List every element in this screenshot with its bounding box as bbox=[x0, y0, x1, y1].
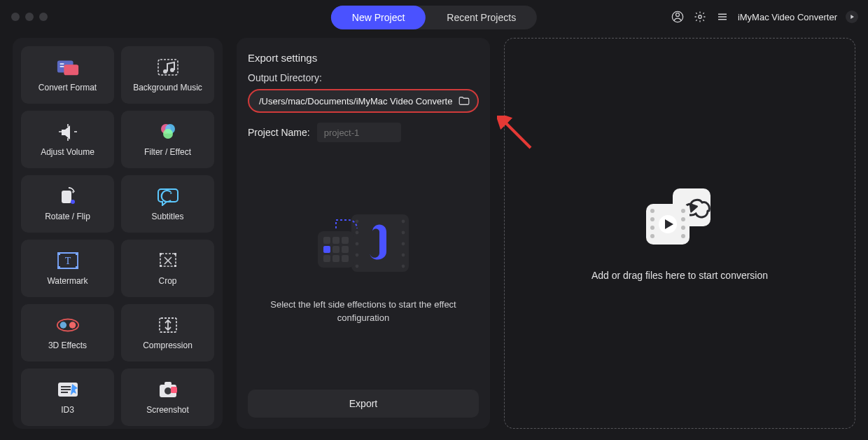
svg-point-58 bbox=[650, 234, 654, 238]
tool-convert-format[interactable]: Convert Format bbox=[21, 46, 114, 104]
svg-point-10 bbox=[163, 129, 173, 139]
svg-rect-52 bbox=[323, 246, 330, 253]
tool-label: Filter / Effect bbox=[144, 147, 191, 157]
export-hint: Select the left side effections to start… bbox=[256, 298, 470, 325]
svg-rect-23 bbox=[174, 265, 176, 267]
titlebar-right: iMyMac Video Converter bbox=[671, 10, 858, 24]
tool-id3[interactable]: ID3 bbox=[21, 369, 114, 426]
export-panel: Export settings Output Directory: /Users… bbox=[237, 38, 490, 429]
svg-rect-46 bbox=[342, 237, 349, 244]
svg-point-57 bbox=[650, 226, 654, 230]
app-name: iMyMac Video Converter bbox=[738, 12, 837, 22]
svg-point-37 bbox=[356, 264, 359, 268]
svg-rect-21 bbox=[174, 253, 176, 255]
svg-rect-49 bbox=[323, 255, 330, 262]
svg-rect-48 bbox=[342, 246, 349, 253]
traffic-close[interactable] bbox=[11, 13, 20, 21]
watermark-icon: T bbox=[56, 251, 80, 270]
tool-label: Convert Format bbox=[38, 83, 97, 92]
traffic-zoom[interactable] bbox=[39, 13, 48, 21]
svg-rect-17 bbox=[76, 266, 78, 269]
tool-adjust-volume[interactable]: Adjust Volume bbox=[21, 111, 114, 168]
project-name-label: Project Name: bbox=[248, 127, 310, 138]
svg-point-25 bbox=[69, 322, 75, 328]
svg-point-38 bbox=[402, 219, 405, 223]
browse-folder-icon[interactable] bbox=[458, 95, 470, 107]
tool-label: Compression bbox=[143, 341, 192, 350]
svg-point-33 bbox=[356, 219, 359, 223]
screenshot-icon bbox=[156, 380, 180, 399]
svg-text:T: T bbox=[64, 256, 71, 266]
traffic-minimize[interactable] bbox=[25, 13, 34, 21]
tab-recent-projects[interactable]: Recent Projects bbox=[426, 6, 537, 29]
tool-compression[interactable]: Compression bbox=[121, 304, 214, 362]
account-icon[interactable] bbox=[671, 10, 685, 24]
svg-rect-15 bbox=[76, 252, 78, 255]
adjust-volume-icon bbox=[56, 122, 80, 142]
export-button[interactable]: Export bbox=[248, 390, 479, 418]
tool-label: Background Music bbox=[133, 83, 202, 92]
filter-effect-icon bbox=[156, 122, 180, 142]
file-drop-area[interactable]: Add or drag files here to start conversi… bbox=[504, 38, 855, 429]
export-title: Export settings bbox=[248, 52, 479, 64]
titlebar: New Project Recent Projects iMyMac Video… bbox=[0, 0, 868, 34]
svg-point-30 bbox=[164, 387, 172, 394]
svg-rect-45 bbox=[332, 237, 340, 244]
tool-crop[interactable]: Crop bbox=[121, 240, 214, 297]
svg-point-56 bbox=[650, 217, 654, 221]
svg-point-62 bbox=[681, 234, 685, 238]
tool-subtitles[interactable]: Subtitles bbox=[121, 175, 214, 233]
settings-icon[interactable] bbox=[693, 10, 707, 24]
output-directory-field[interactable]: /Users/mac/Documents/iMyMac Video Conver… bbox=[248, 89, 479, 113]
svg-point-39 bbox=[402, 231, 405, 234]
tool-label: 3D Effects bbox=[48, 341, 87, 350]
svg-point-41 bbox=[402, 253, 405, 256]
compression-icon bbox=[156, 315, 180, 335]
menu-icon[interactable] bbox=[715, 10, 729, 24]
svg-rect-31 bbox=[171, 387, 177, 393]
outdir-label: Output Directory: bbox=[248, 72, 479, 83]
tool-label: ID3 bbox=[61, 405, 74, 415]
svg-rect-51 bbox=[342, 255, 349, 262]
id3-icon bbox=[56, 380, 80, 399]
svg-point-35 bbox=[356, 242, 359, 245]
svg-point-36 bbox=[356, 253, 359, 256]
tool-3d-effects[interactable]: 3D Effects bbox=[21, 304, 114, 362]
svg-point-0 bbox=[676, 13, 679, 17]
tool-label: Adjust Volume bbox=[41, 147, 94, 157]
svg-point-34 bbox=[356, 231, 359, 234]
tool-label: Crop bbox=[158, 276, 176, 286]
svg-rect-29 bbox=[164, 382, 172, 385]
svg-point-61 bbox=[681, 226, 685, 230]
svg-rect-44 bbox=[323, 237, 330, 244]
svg-rect-16 bbox=[57, 266, 60, 269]
tool-label: Subtitles bbox=[151, 212, 183, 221]
tool-watermark[interactable]: TWatermark bbox=[21, 240, 114, 297]
svg-rect-22 bbox=[160, 265, 162, 267]
crop-icon bbox=[156, 251, 180, 270]
3d-effects-icon bbox=[56, 315, 80, 335]
tools-sidebar: Convert FormatBackground MusicAdjust Vol… bbox=[13, 38, 223, 429]
tool-screenshot[interactable]: Screenshot bbox=[121, 369, 214, 426]
svg-point-42 bbox=[402, 264, 405, 268]
outdir-value: /Users/mac/Documents/iMyMac Video Conver… bbox=[259, 96, 452, 106]
tool-background-music[interactable]: Background Music bbox=[121, 46, 214, 104]
svg-rect-20 bbox=[160, 253, 162, 255]
app-logo-play-icon bbox=[846, 11, 858, 23]
rotate-flip-icon bbox=[56, 186, 80, 206]
svg-rect-14 bbox=[57, 252, 60, 255]
svg-point-59 bbox=[681, 209, 685, 213]
tool-label: Rotate / Flip bbox=[45, 212, 90, 221]
project-name-input[interactable] bbox=[317, 123, 401, 142]
tool-label: Watermark bbox=[47, 276, 88, 286]
tool-label: Screenshot bbox=[146, 405, 189, 415]
drop-illustration-icon bbox=[638, 186, 722, 250]
tool-rotate-flip[interactable]: Rotate / Flip bbox=[21, 175, 114, 233]
svg-point-60 bbox=[681, 217, 685, 221]
project-tabs: New Project Recent Projects bbox=[331, 6, 537, 29]
effect-preview-illustration bbox=[311, 207, 416, 284]
svg-rect-50 bbox=[332, 255, 340, 262]
subtitles-icon bbox=[156, 186, 180, 206]
tool-filter-effect[interactable]: Filter / Effect bbox=[121, 111, 214, 168]
tab-new-project[interactable]: New Project bbox=[331, 6, 426, 29]
